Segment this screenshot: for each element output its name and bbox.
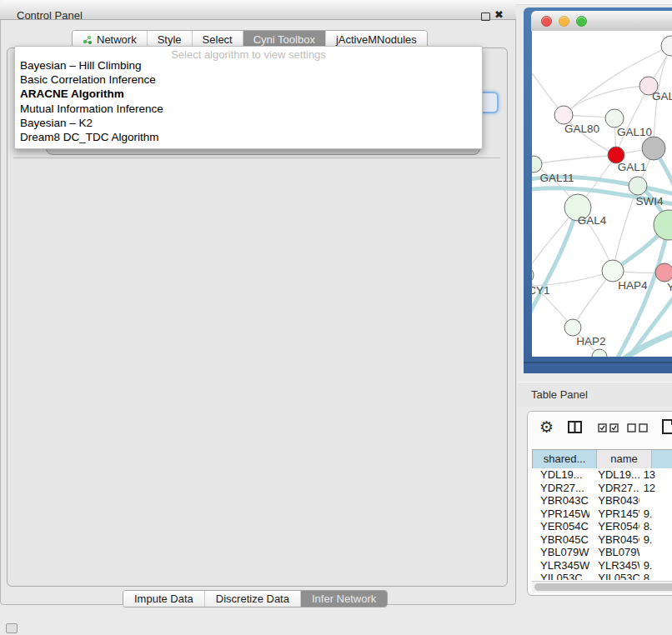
table-cell[interactable]: YBR043C — [589, 494, 639, 508]
table-cell[interactable]: YDL19... — [532, 468, 589, 482]
network-node-label: HAP4 — [618, 279, 648, 292]
table-row[interactable]: YLR345WYLR345W9. — [532, 559, 672, 572]
table-cell[interactable]: 12 — [639, 482, 672, 495]
column-header-shared[interactable]: shared... — [533, 450, 597, 468]
tab-label: Impute Data — [134, 592, 193, 605]
cyni-bottom-tabbar: Impute DataDiscretize DataInfer Network — [123, 590, 388, 608]
table-cell[interactable]: YBR043C — [532, 494, 589, 508]
dropdown-item-basic-correlation-inference[interactable]: Basic Correlation Inference — [18, 72, 479, 87]
dropdown-item-dream8-dc-tdc-algorithm[interactable]: Dream8 DC_TDC Algorithm — [18, 130, 479, 144]
table-cell[interactable]: YBL079W — [532, 546, 589, 559]
network-edge[interactable] — [534, 155, 616, 164]
tab-label: Infer Network — [312, 592, 376, 605]
table-cell[interactable]: YPR145W — [532, 508, 589, 521]
network-node[interactable] — [629, 177, 647, 195]
network-node-label: GAL10 — [617, 126, 652, 138]
network-node[interactable] — [564, 319, 581, 336]
tab-impute-data[interactable]: Impute Data — [123, 591, 205, 607]
zoom-traffic-light[interactable] — [576, 16, 587, 27]
table-row[interactable]: YDR27...YDR27...12 — [532, 482, 672, 495]
network-edge[interactable] — [532, 208, 578, 322]
table-cell[interactable]: YIL053C — [532, 572, 589, 580]
table-cell[interactable]: YDL19... — [589, 468, 639, 482]
control-panel-title: Control Panel — [17, 9, 83, 22]
table-cell[interactable]: YBR045C — [589, 533, 639, 547]
table-cell[interactable] — [639, 546, 672, 559]
table-row[interactable]: YBR043CYBR043C — [532, 494, 672, 508]
table-body: YDL19...YDL19...13YDR27...YDR27...12YBR0… — [532, 468, 672, 580]
close-panel-icon[interactable]: ✖ — [494, 8, 504, 21]
table-cell[interactable]: YLR345W — [532, 559, 589, 572]
network-node[interactable] — [532, 156, 542, 172]
table-cell[interactable]: YER054C — [532, 520, 589, 533]
close-traffic-light[interactable] — [541, 16, 552, 27]
float-window-icon[interactable] — [481, 12, 490, 21]
network-node-label: Y — [667, 281, 672, 293]
table-cell[interactable] — [639, 494, 672, 508]
select-all-checkboxes-icon[interactable] — [598, 423, 619, 432]
file-icon[interactable] — [662, 419, 672, 434]
table-cell[interactable]: 9. — [639, 533, 672, 547]
network-node[interactable] — [532, 267, 534, 283]
table-row[interactable]: YDL19...YDL19...13 — [532, 468, 672, 482]
table-cell[interactable]: YPR145W — [589, 508, 639, 521]
tab-infer-network[interactable]: Infer Network — [301, 591, 387, 607]
table-row[interactable]: YIL053CYIL053C8 — [532, 572, 672, 580]
table-row[interactable]: YER054CYER054C8. — [532, 520, 672, 533]
columns-icon[interactable] — [568, 421, 582, 433]
table-toolbar: ⚙ — [528, 412, 672, 448]
network-node-label: GAL11 — [539, 172, 574, 184]
application-root: Control Panel ✖ NetworkStyleSelectCyni T… — [0, 0, 672, 635]
gear-icon[interactable]: ⚙ — [539, 419, 554, 435]
table-cell[interactable]: YIL053C — [589, 572, 639, 580]
network-canvas[interactable]: GAL7GAL80GAL10GAL1GAL11SWI4GAL4GCY1HAP4Y… — [532, 31, 672, 357]
tab-label: jActiveMNodules — [336, 33, 417, 46]
table-cell[interactable]: 8 — [639, 572, 672, 580]
dropdown-item-aracne-algorithm[interactable]: ARACNE Algorithm — [18, 87, 479, 101]
minimize-traffic-light[interactable] — [559, 16, 569, 27]
deselect-all-checkboxes-icon[interactable] — [627, 423, 649, 432]
table-row[interactable]: YPR145WYPR145W9. — [532, 508, 672, 521]
table-cell[interactable]: 9. — [639, 508, 672, 521]
table-row[interactable]: YBR045CYBR045C9. — [532, 533, 672, 547]
column-header-cut[interactable] — [652, 450, 672, 468]
network-node[interactable] — [642, 137, 665, 160]
table-cell[interactable]: YBL079W — [589, 546, 639, 559]
table-window: ⚙ shared...name YDL19...YDL19...13YDR27.… — [527, 411, 672, 596]
dropdown-item-bayesian-hill-climbing[interactable]: Bayesian – Hill Climbing — [18, 58, 479, 72]
hidden-group-border — [13, 158, 500, 158]
network-node[interactable] — [554, 106, 573, 124]
network-node[interactable] — [661, 36, 672, 56]
table-cell[interactable]: YLR345W — [589, 559, 639, 572]
table-cell[interactable]: 13 — [639, 468, 672, 482]
table-hscroll-thumb[interactable] — [534, 583, 672, 591]
column-header-name[interactable]: name — [597, 450, 652, 468]
network-node[interactable] — [605, 109, 624, 128]
tab-label: Network — [97, 33, 137, 46]
table-cell[interactable]: YDR27... — [589, 482, 639, 495]
network-view-window: GAL7GAL80GAL10GAL1GAL11SWI4GAL4GCY1HAP4Y… — [524, 8, 672, 373]
table-cell[interactable]: YER054C — [589, 520, 639, 533]
table-panel-title: Table Panel — [531, 388, 588, 401]
table-cell[interactable]: 9. — [639, 559, 672, 572]
algorithm-dropdown-popup: Select algorithm to view settings Bayesi… — [14, 46, 483, 149]
table-cell[interactable]: YBR045C — [532, 533, 589, 547]
table-horizontal-scrollbar[interactable] — [532, 581, 672, 592]
table-cell[interactable]: 8. — [639, 520, 672, 533]
dropdown-item-mutual-information-inference[interactable]: Mutual Information Inference — [18, 102, 479, 116]
tab-label: Style — [158, 33, 182, 46]
table-row[interactable]: YBL079WYBL079W — [532, 546, 672, 559]
network-node-label: HAP2 — [576, 335, 605, 348]
tab-label: Cyni Toolbox — [253, 33, 315, 46]
tab-label: Select — [203, 33, 233, 46]
docked-panel-icon[interactable] — [6, 623, 18, 633]
tab-label: Discretize Data — [216, 592, 289, 605]
network-node-label: GCY1 — [532, 284, 549, 297]
table-cell[interactable]: YDR27... — [532, 482, 589, 495]
network-node-label: SWI4 — [635, 195, 663, 208]
network-icon — [83, 35, 93, 45]
tab-discretize-data[interactable]: Discretize Data — [205, 591, 301, 607]
network-node[interactable] — [655, 263, 672, 282]
network-window-titlebar[interactable] — [531, 11, 672, 32]
dropdown-item-bayesian-k2[interactable]: Bayesian – K2 — [18, 116, 479, 130]
